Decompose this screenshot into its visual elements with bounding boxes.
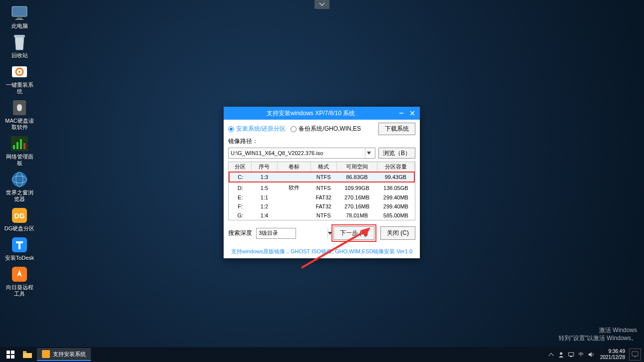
radio-backup-label: 备份系统/GHO,WIN,ES — [299, 125, 361, 133]
cell: 78.01MB — [336, 211, 377, 220]
watermark-line1: 激活 Windows — [559, 326, 637, 334]
radio-install-restore[interactable]: 安装系统/还原分区 — [228, 125, 286, 133]
file-explorer-button[interactable] — [19, 348, 36, 361]
partition-table: 分区 序号 卷标 格式 可用空间 分区容量 C:1:3NTFS86.83GB99… — [228, 162, 415, 220]
minimize-button[interactable] — [397, 109, 406, 118]
cell: E: — [229, 193, 252, 202]
dg-partition-icon[interactable]: DGDG硬盘分区 — [4, 206, 35, 232]
netpanel-icon-glyph — [10, 135, 28, 153]
reinstall-icon-glyph — [10, 63, 28, 81]
reinstall-icon[interactable]: 一键重装系统 — [4, 63, 35, 95]
cell: 299.40MB — [377, 202, 414, 211]
cell: 138.05GB — [377, 182, 414, 193]
titlebar[interactable]: 支持安装windows XP/7/8/10 系统 — [224, 107, 420, 120]
install-dialog: 支持安装windows XP/7/8/10 系统 安装系统/还原分区 备份系统/… — [224, 107, 420, 258]
task-label: 支持安装系统 — [53, 351, 86, 358]
browse-button[interactable]: 浏览（B） — [378, 148, 415, 159]
desktop-label: 世界之窗浏览器 — [4, 189, 35, 202]
cell: G: — [229, 211, 252, 220]
tray-people-icon[interactable] — [557, 351, 565, 359]
combo-arrow-icon[interactable] — [365, 148, 373, 158]
todesk-icon[interactable]: 安装ToDesk — [4, 236, 35, 261]
svg-rect-10 — [16, 142, 18, 149]
dialog-title: 支持安装windows XP/7/8/10 系统 — [227, 109, 395, 118]
cell — [277, 202, 311, 211]
next-highlight: 下一步 (N) — [331, 224, 376, 242]
desktop-label: 向日葵远程工具 — [4, 284, 35, 297]
cell: 99.43GB — [377, 172, 414, 182]
computer-icon[interactable]: 此电脑 — [4, 4, 35, 29]
notification-icon — [632, 351, 639, 358]
depth-input[interactable] — [259, 230, 327, 236]
cell — [277, 211, 311, 220]
taskbar-task-installer[interactable]: 支持安装系统 — [37, 348, 91, 361]
svg-rect-0 — [12, 6, 27, 16]
partition-row-E[interactable]: E:1:1FAT32270.16MB299.40MB — [229, 193, 414, 202]
cell: 1:3 — [252, 172, 278, 182]
col-partition: 分区 — [229, 162, 252, 172]
tray-network-icon[interactable] — [567, 351, 575, 359]
col-index: 序号 — [252, 162, 278, 172]
svg-rect-11 — [20, 139, 22, 149]
recycle-icon[interactable]: 回收站 — [4, 33, 35, 59]
cell: 86.83GB — [336, 172, 377, 182]
cell: 1:4 — [252, 211, 278, 220]
tray-chevron-up[interactable] — [547, 351, 555, 359]
cell: 1:1 — [252, 193, 278, 202]
mac-read-icon[interactable]: MAC硬盘读取软件 — [4, 99, 35, 131]
dialog-footer-text: 支持windows原版镜像，GHOST ISO镜像, GHO,WIM,ESD镜像… — [224, 248, 420, 258]
top-center-tab[interactable] — [315, 0, 329, 9]
col-format: 格式 — [311, 162, 336, 172]
cell: NTFS — [311, 172, 336, 182]
activation-watermark: 激活 Windows 转到"设置"以激活 Windows。 — [559, 326, 637, 342]
svg-rect-2 — [15, 19, 23, 20]
iso-path-combo[interactable] — [228, 148, 375, 159]
svg-rect-31 — [632, 352, 638, 356]
partition-row-D[interactable]: D:1:5软件NTFS109.99GB138.05GB — [229, 182, 414, 193]
path-label: 镜像路径： — [228, 137, 415, 146]
cell: 585.00MB — [377, 211, 414, 220]
world-browser-icon[interactable]: 世界之窗浏览器 — [4, 171, 35, 202]
radio-backup[interactable]: 备份系统/GHO,WIN,ES — [291, 125, 361, 133]
partition-row-C[interactable]: C:1:3NTFS86.83GB99.43GB — [229, 172, 414, 182]
iso-path-input[interactable] — [231, 150, 365, 156]
depth-arrow-icon[interactable] — [327, 228, 332, 238]
start-button[interactable] — [2, 348, 19, 361]
svg-point-6 — [18, 71, 20, 73]
svg-point-28 — [560, 353, 562, 355]
svg-rect-29 — [569, 353, 574, 356]
taskbar-clock[interactable]: 9:36:49 2021/12/28 — [600, 349, 625, 361]
cell: NTFS — [311, 182, 336, 193]
todesk-icon-glyph — [10, 236, 28, 254]
close-button[interactable]: 关闭 (C) — [380, 226, 415, 240]
next-button[interactable]: 下一步 (N) — [333, 226, 374, 240]
cell: 1:2 — [252, 202, 278, 211]
sunflower-icon[interactable]: 向日葵远程工具 — [4, 265, 35, 297]
dg-partition-icon-glyph: DG — [10, 206, 28, 224]
partition-row-G[interactable]: G:1:4NTFS78.01MB585.00MB — [229, 211, 414, 220]
col-capacity: 分区容量 — [377, 162, 414, 172]
mac-read-icon-glyph — [10, 99, 28, 117]
cell: 270.16MB — [336, 193, 377, 202]
radio-install-label: 安装系统/还原分区 — [236, 125, 286, 133]
download-system-button[interactable]: 下载系统 — [378, 123, 415, 135]
cell: 270.16MB — [336, 202, 377, 211]
col-free: 可用空间 — [336, 162, 377, 172]
cell — [277, 193, 311, 202]
cell: F: — [229, 202, 252, 211]
partition-row-F[interactable]: F:1:2FAT32270.16MB299.40MB — [229, 202, 414, 211]
svg-rect-1 — [17, 17, 22, 19]
depth-combo[interactable] — [256, 228, 296, 239]
notification-center[interactable] — [629, 349, 641, 361]
sunflower-icon-glyph — [10, 265, 28, 283]
tray-volume-icon[interactable] — [587, 351, 595, 359]
windows-logo-icon — [6, 351, 14, 359]
tray-ime-icon[interactable]: 中 — [577, 351, 585, 359]
clock-time: 9:36:49 — [600, 349, 625, 355]
cell: NTFS — [311, 211, 336, 220]
close-x-button[interactable] — [408, 109, 417, 118]
depth-label: 搜索深度 — [228, 229, 252, 237]
svg-rect-9 — [13, 145, 15, 149]
svg-text:DG: DG — [14, 212, 25, 220]
netpanel-icon[interactable]: 网络管理面板 — [4, 135, 35, 167]
